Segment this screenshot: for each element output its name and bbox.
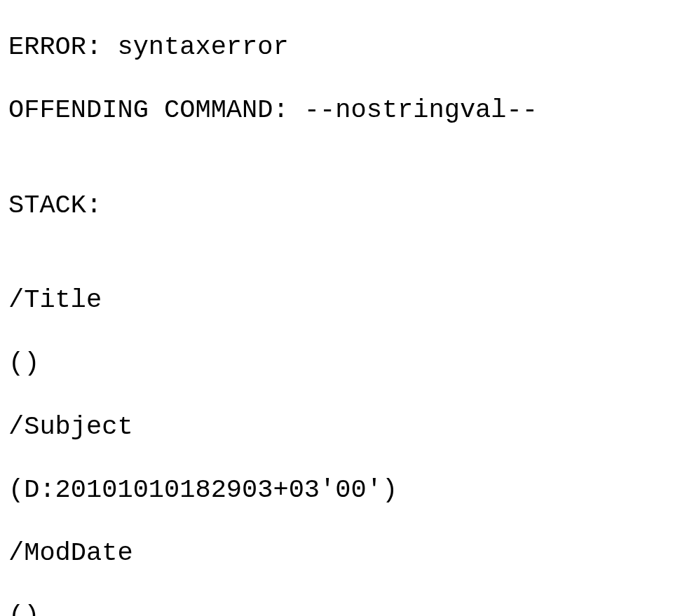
error-line: ERROR: syntaxerror (8, 32, 665, 63)
stack-item-empty-string: () (8, 601, 665, 616)
offending-command-line: OFFENDING COMMAND: --nostringval-- (8, 95, 665, 126)
stack-item-empty-string: () (8, 348, 665, 379)
stack-item-subject-key: /Subject (8, 411, 665, 443)
error-dump: ERROR: syntaxerror OFFENDING COMMAND: --… (0, 0, 673, 616)
stack-header: STACK: (8, 190, 665, 221)
stack-item-date-string: (D:20101010182903+03'00') (8, 474, 665, 506)
stack-item-title-key: /Title (8, 285, 665, 316)
stack-item-moddate-key: /ModDate (8, 538, 665, 569)
